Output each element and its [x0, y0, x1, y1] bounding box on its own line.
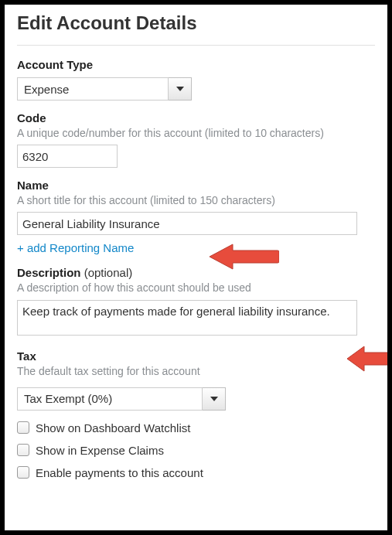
account-type-select[interactable]: Expense [17, 77, 192, 101]
account-type-value: Expense [17, 77, 169, 101]
checkbox-group: Show on Dashboard Watchlist Show in Expe… [17, 421, 375, 479]
edit-account-form: Edit Account Details Account Type Expens… [5, 5, 387, 501]
description-field: Description (optional) A description of … [17, 266, 375, 338]
add-reporting-name-link[interactable]: + add Reporting Name [17, 241, 134, 254]
tax-dropdown-button[interactable] [203, 387, 226, 411]
tax-help: The default tax setting for this account [17, 364, 375, 378]
enable-payments-label: Enable payments to this account [36, 466, 203, 479]
code-field: Code A unique code/number for this accou… [17, 111, 375, 168]
expense-claims-row[interactable]: Show in Expense Claims [17, 444, 375, 457]
divider [17, 45, 375, 46]
name-label: Name [17, 179, 375, 192]
account-type-dropdown-button[interactable] [169, 77, 192, 101]
description-optional: (optional) [84, 266, 133, 279]
page-title: Edit Account Details [17, 12, 375, 34]
tax-label: Tax [17, 349, 375, 363]
tax-value: Tax Exempt (0%) [17, 387, 203, 411]
dashboard-watchlist-label: Show on Dashboard Watchlist [36, 421, 190, 434]
tax-field: Tax The default tax setting for this acc… [17, 349, 375, 411]
chevron-down-icon [176, 87, 184, 91]
enable-payments-checkbox[interactable] [17, 466, 29, 479]
description-help: A description of how this account should… [17, 281, 375, 295]
description-label: Description (optional) [17, 266, 375, 279]
code-input[interactable] [17, 145, 118, 168]
expense-claims-checkbox[interactable] [17, 444, 29, 456]
account-type-field: Account Type Expense [17, 58, 375, 101]
name-field: Name A short title for this account (lim… [17, 179, 375, 255]
description-label-text: Description [17, 266, 81, 279]
enable-payments-row[interactable]: Enable payments to this account [17, 466, 375, 479]
dashboard-watchlist-row[interactable]: Show on Dashboard Watchlist [17, 421, 375, 434]
name-help: A short title for this account (limited … [17, 193, 375, 207]
chevron-down-icon [210, 397, 218, 401]
code-help: A unique code/number for this account (l… [17, 126, 375, 140]
dashboard-watchlist-checkbox[interactable] [17, 421, 29, 434]
expense-claims-label: Show in Expense Claims [36, 444, 164, 457]
tax-select[interactable]: Tax Exempt (0%) [17, 387, 226, 411]
code-label: Code [17, 111, 375, 124]
description-input[interactable] [17, 300, 357, 336]
name-input[interactable] [17, 212, 357, 235]
account-type-label: Account Type [17, 58, 375, 71]
